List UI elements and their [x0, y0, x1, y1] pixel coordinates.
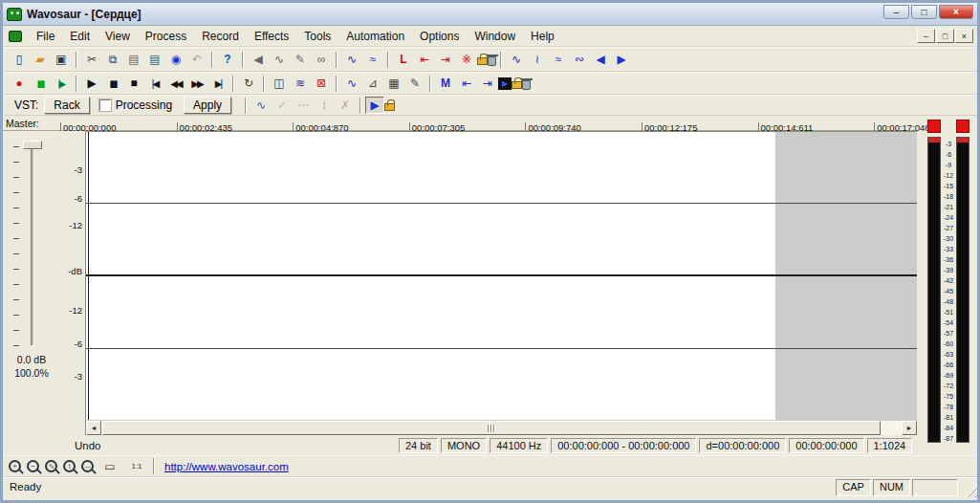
paste-mix-icon[interactable]: ◉ [165, 50, 186, 69]
loop-start-icon[interactable]: ⇤ [414, 50, 435, 69]
wavosaur-link[interactable]: http://www.wavosaur.com [164, 461, 289, 472]
loop-playback-icon[interactable]: ↻ [238, 74, 259, 93]
processing-checkbox[interactable] [99, 99, 111, 111]
link-icon[interactable]: ∞ [311, 50, 332, 69]
menu-edit[interactable]: Edit [62, 27, 98, 46]
zoom-out-icon[interactable]: − [27, 460, 39, 472]
playback-cursor[interactable] [88, 132, 89, 421]
menu-window[interactable]: Window [467, 27, 523, 46]
clip-indicator-left[interactable] [927, 120, 941, 133]
cut-icon[interactable]: ✂ [81, 50, 102, 69]
paste-special-icon[interactable]: ▤ [144, 50, 165, 69]
menu-options[interactable]: Options [412, 27, 467, 46]
vst-bypass-play-icon[interactable]: ▶ [365, 97, 384, 114]
vst-rack-button[interactable]: Rack [44, 97, 89, 114]
vst-apply-check-icon[interactable]: ✓ [272, 96, 293, 115]
horizontal-scrollbar[interactable]: ◄ ► [86, 420, 917, 435]
waveform-doc-icon[interactable]: ◫ [269, 74, 290, 93]
menu-help[interactable]: Help [523, 27, 562, 46]
delete-red-icon[interactable]: ⊠ [311, 74, 332, 93]
open-folder-icon[interactable]: ▰ [30, 50, 51, 69]
previous-marker-icon[interactable]: ⇤ [456, 74, 477, 93]
save-icon[interactable]: ▣ [51, 50, 72, 69]
undo-icon[interactable]: ↶ [186, 50, 207, 69]
minimize-button[interactable]: – [883, 5, 909, 19]
rewind-icon[interactable]: ◀◀ [165, 74, 186, 93]
mdi-restore-button[interactable]: □ [936, 29, 954, 43]
resize-grip[interactable] [964, 484, 977, 497]
play-marker-icon[interactable]: ▶ [498, 77, 512, 90]
vst-remove-icon[interactable]: ✗ [335, 96, 356, 115]
loop-end-icon[interactable]: ⇥ [435, 50, 456, 69]
marker-lock-icon[interactable] [512, 81, 522, 89]
previous-region-icon[interactable]: ◀ [590, 50, 611, 69]
grid-snap-icon[interactable]: ▦ [383, 74, 404, 93]
vst-reorder-icon[interactable]: ↕ [314, 96, 335, 115]
loop-delete-icon[interactable] [488, 56, 496, 66]
loop-lock-icon[interactable] [477, 57, 488, 65]
help-icon[interactable]: ? [217, 50, 238, 69]
selection-start-icon[interactable]: ≀ [527, 50, 548, 69]
zoom-in-icon[interactable]: + [9, 460, 21, 472]
maximize-button[interactable]: □ [911, 5, 937, 19]
stop-icon[interactable]: ■ [123, 74, 144, 93]
close-button[interactable]: × [939, 5, 973, 19]
mdi-close-button[interactable]: × [955, 29, 973, 43]
master-fader-track[interactable] [31, 143, 34, 346]
selection-extend-icon[interactable]: ∾ [569, 50, 590, 69]
copy-icon[interactable]: ⧉ [102, 50, 123, 69]
vst-apply-button[interactable]: Apply [184, 97, 231, 114]
zoom-vertical-in-icon[interactable]: ↕ [63, 460, 76, 472]
next-region-icon[interactable]: ▶ [611, 50, 632, 69]
interpolate-icon[interactable]: ∿ [269, 50, 290, 69]
menu-effects[interactable]: Effects [247, 27, 296, 46]
menu-tools[interactable]: Tools [296, 27, 338, 46]
loop-points-icon[interactable]: L [393, 50, 414, 69]
go-to-end-icon[interactable]: ▶| [207, 74, 229, 93]
selection-tool-icon[interactable]: ∿ [341, 74, 362, 93]
menu-automation[interactable]: Automation [338, 27, 412, 46]
add-marker-icon[interactable]: M [435, 74, 456, 93]
zoom-selection-icon[interactable]: ∿ [45, 460, 57, 472]
menu-file[interactable]: File [29, 27, 62, 46]
selection-end-icon[interactable]: ≈ [548, 50, 569, 69]
go-to-start-icon[interactable]: |◀ [144, 74, 165, 93]
scrollbar-thumb[interactable] [102, 421, 881, 435]
pause-icon[interactable]: ▮▮ [102, 74, 123, 93]
zoom-vertical-out-icon[interactable]: ↔ [81, 460, 94, 472]
marker-delete-icon[interactable] [522, 80, 531, 90]
next-marker-icon[interactable]: ⇥ [477, 74, 498, 93]
draw-tool-icon[interactable]: ✎ [404, 74, 425, 93]
clip-indicator-right[interactable] [956, 120, 969, 133]
menu-record[interactable]: Record [194, 27, 247, 46]
time-ruler[interactable]: 00:00:00:00000:00:02:43500:00:04:87000:0… [60, 116, 980, 130]
vst-chain-icon[interactable]: ∿ [250, 96, 272, 115]
pencil-icon[interactable]: ✎ [290, 50, 311, 69]
fast-forward-icon[interactable]: ▶▶ [186, 74, 207, 93]
sonogram-icon[interactable]: ≋ [290, 74, 311, 93]
record-icon[interactable]: ● [9, 74, 30, 93]
play-icon[interactable]: ▶ [81, 74, 102, 93]
mdi-minimize-button[interactable]: – [917, 29, 935, 43]
paste-icon[interactable]: ▤ [123, 50, 144, 69]
waveform-stats-icon[interactable]: ∿ [341, 50, 362, 69]
loop-clear-icon[interactable]: ※ [456, 50, 477, 69]
menu-process[interactable]: Process [138, 27, 194, 46]
scroll-right-button[interactable]: ► [902, 421, 917, 435]
record-pause-icon[interactable]: ▮▮ [30, 74, 51, 93]
zero-crossing-icon[interactable]: ⊿ [362, 74, 383, 93]
new-file-icon[interactable]: ▯ [9, 50, 30, 69]
meter-scale-15: -15 [941, 181, 956, 191]
vst-lock-icon[interactable] [384, 103, 395, 111]
scroll-left-button[interactable]: ◄ [86, 421, 101, 435]
menu-view[interactable]: View [98, 27, 138, 46]
zoom-one-to-one-icon[interactable]: 1:1 [126, 457, 147, 476]
waveform-view-icon[interactable]: ≈ [362, 50, 383, 69]
master-fader-thumb[interactable] [23, 141, 42, 149]
select-all-icon[interactable]: ∿ [506, 50, 527, 69]
vst-more-icon[interactable]: ⋯ [293, 96, 314, 115]
play-from-cursor-icon[interactable]: |▶ [51, 74, 72, 93]
zoom-full-icon[interactable]: ▭ [99, 457, 120, 476]
waveform-canvas[interactable]: ◄ ► [85, 131, 917, 435]
speaker-icon[interactable]: ◀ [248, 50, 269, 69]
